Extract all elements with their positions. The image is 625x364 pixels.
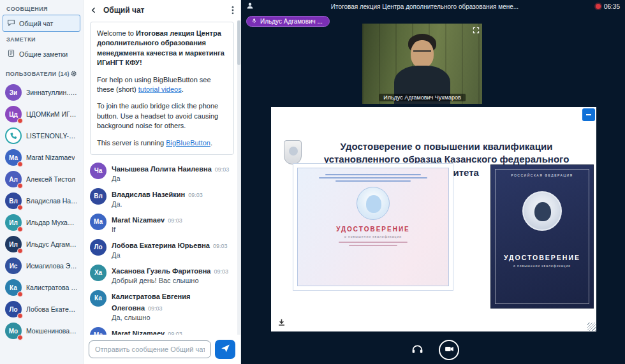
user-list-item[interactable]: ИлИльдар Мухамет...: [0, 212, 83, 233]
action-bar: [241, 340, 625, 360]
mobile-user-badge: [17, 118, 23, 124]
certificate-emblem: [357, 187, 390, 220]
chat-messages: ЧаЧанышева Лолита Наилевна09:03ДаВлВлади…: [90, 163, 234, 335]
chat-scrollbar[interactable]: [237, 20, 240, 335]
user-avatar: Ча: [90, 163, 107, 179]
user-list-item[interactable]: ЦдЦДОМКиМ ИГиНГТ: [0, 103, 83, 125]
webcam-tile: Ильдус Адгамович Чухмаров: [362, 24, 482, 104]
user-avatar: Зи: [5, 84, 22, 101]
user-list-item[interactable]: ВлВладислав Назей...: [0, 190, 83, 212]
message-text: Да: [112, 251, 228, 259]
user-name: Владислав Назей...: [26, 197, 78, 205]
sidebar-item-shared-notes[interactable]: Общие заметки: [3, 45, 80, 62]
user-avatar: Вл: [5, 193, 22, 209]
user-list-item[interactable]: ЛоЛобова Екатерин...: [0, 298, 83, 320]
user-list-item[interactable]: МоМокшенинова Ма...: [0, 320, 83, 342]
welcome-paragraph: For help on using BigBlueButton see thes…: [97, 75, 227, 95]
user-name: Ильдус Адгамови...: [26, 240, 78, 248]
chat-input-bar: [84, 335, 240, 364]
chat-message-list[interactable]: Welcome to Итоговая лекция Центра дополн…: [84, 20, 240, 335]
message-author: Хасанова Гузель Фаритовна: [112, 267, 211, 275]
user-avatar: Цд: [5, 106, 22, 122]
sidebar-item-label: Общий чат: [19, 20, 53, 27]
mobile-user-badge: [17, 183, 23, 189]
user-avatar: Ал: [5, 171, 22, 187]
minimize-presentation-button[interactable]: [582, 108, 595, 121]
user-list-item[interactable]: ИсИсмагилова Эльза: [0, 255, 83, 277]
mobile-user-badge: [17, 335, 23, 340]
user-list-item[interactable]: КаКалистратова Евг...: [0, 277, 83, 298]
message-time: 09:03: [188, 192, 203, 198]
presentation-stage: Итоговая лекция Центра дополнительного о…: [241, 0, 625, 364]
recording-time: 06:35: [604, 3, 620, 10]
user-avatar: Ma: [90, 327, 107, 335]
chat-back-button[interactable]: [89, 5, 99, 15]
talking-user-name: Ильдус Адгамович ...: [260, 18, 323, 25]
message-author: Лобова Екатерина Юрьевна: [112, 242, 210, 249]
message-author: Marat Nizamaev: [112, 330, 165, 335]
chat-message: КаКалистратова Евгения Олеговна09:03Да, …: [90, 290, 234, 321]
user-list-item[interactable]: LISTENONLY-%D0%...: [0, 125, 83, 147]
user-avatar: Ma: [90, 214, 107, 230]
message-text: Да, слышно: [112, 314, 234, 321]
message-author: Чанышева Лолита Наилевна: [112, 165, 212, 173]
message-author: Владислав Назейкин: [112, 191, 185, 198]
join-audio-button[interactable]: [407, 340, 427, 360]
certificate-cover-sublabel: о повышении квалификации: [513, 264, 571, 268]
certificate-cover-top-text: РОССИЙСКАЯ ФЕДЕРАЦИЯ: [511, 173, 573, 177]
resize-handle[interactable]: [587, 323, 596, 331]
webcam-user-label: Ильдус Адгамович Чухмаров: [379, 94, 466, 101]
user-avatar: Ma: [5, 149, 22, 166]
user-list-item[interactable]: ЗиЗиннатуллин... (Вы): [0, 82, 83, 103]
tutorial-videos-link[interactable]: tutorial videos: [138, 85, 182, 93]
bigbluebutton-link[interactable]: BigBlueButton: [166, 139, 210, 147]
talking-indicator[interactable]: Ильдус Адгамович ...: [246, 16, 330, 27]
user-avatar: Ил: [5, 214, 22, 231]
chat-title: Общий чат: [103, 6, 226, 15]
user-avatar: Мо: [5, 323, 22, 339]
chat-options-kebab-icon[interactable]: [230, 4, 235, 16]
download-presentation-button[interactable]: [276, 317, 287, 330]
webcam-fullscreen-button[interactable]: [472, 25, 480, 36]
user-list-item[interactable]: АлАлексей Тистол: [0, 168, 83, 190]
share-webcam-button[interactable]: [439, 340, 459, 360]
welcome-paragraph: This server is running BigBlueButton.: [97, 138, 227, 148]
chat-scrollbar-thumb[interactable]: [237, 20, 240, 65]
notes-section-label: ЗАМЕТКИ: [0, 33, 83, 44]
manage-users-gear-icon[interactable]: [70, 68, 77, 80]
user-name: Ильдар Мухамет...: [26, 219, 78, 226]
message-text: If: [112, 226, 182, 233]
headset-icon: [411, 342, 424, 358]
sidebar-item-public-chat[interactable]: Общий чат: [3, 15, 80, 32]
user-avatar: Вл: [90, 188, 107, 205]
message-text: Да.: [112, 200, 203, 208]
phone-listen-only-avatar: [5, 127, 22, 144]
recording-indicator[interactable]: 06:35: [596, 3, 620, 10]
message-time: 09:03: [214, 268, 229, 275]
user-list-item[interactable]: MaMarat Nizamaev: [0, 147, 83, 168]
message-time: 09:03: [148, 305, 163, 312]
message-time: 09:03: [215, 166, 230, 173]
mobile-user-badge: [17, 161, 23, 167]
mobile-user-badge: [17, 226, 23, 232]
user-name: LISTENONLY-%D0%...: [26, 132, 78, 140]
user-list: ЗиЗиннатуллин... (Вы)ЦдЦДОМКиМ ИГиНГТLIS…: [0, 82, 83, 342]
user-name: ЦДОМКиМ ИГиНГТ: [26, 110, 78, 118]
user-list-item[interactable]: ИлИльдус Адгамови...: [0, 233, 83, 255]
user-avatar: Ис: [5, 258, 22, 274]
user-name: Мокшенинова Ма...: [26, 327, 78, 335]
user-avatar: Ха: [90, 265, 107, 281]
chat-message-input[interactable]: [89, 340, 211, 358]
webcam-icon: [444, 344, 455, 356]
record-dot-icon: [596, 4, 601, 9]
minus-icon: [586, 114, 591, 115]
microphone-icon: [251, 18, 257, 25]
user-avatar: Ло: [90, 239, 107, 256]
participants-icon[interactable]: [246, 1, 254, 12]
user-name: Исмагилова Эльза: [26, 262, 78, 270]
chat-message: ЛоЛобова Екатерина Юрьевна09:03Да: [90, 239, 234, 259]
chat-panel: Общий чат Welcome to Итоговая лекция Цен…: [84, 0, 241, 364]
certificate-cover-image: РОССИЙСКАЯ ФЕДЕРАЦИЯ УДОСТОВЕРЕНИЕ о пов…: [490, 164, 594, 309]
send-message-button[interactable]: [215, 340, 235, 359]
presentation-slide: Удостоверение о повышении квалификации у…: [271, 107, 596, 331]
